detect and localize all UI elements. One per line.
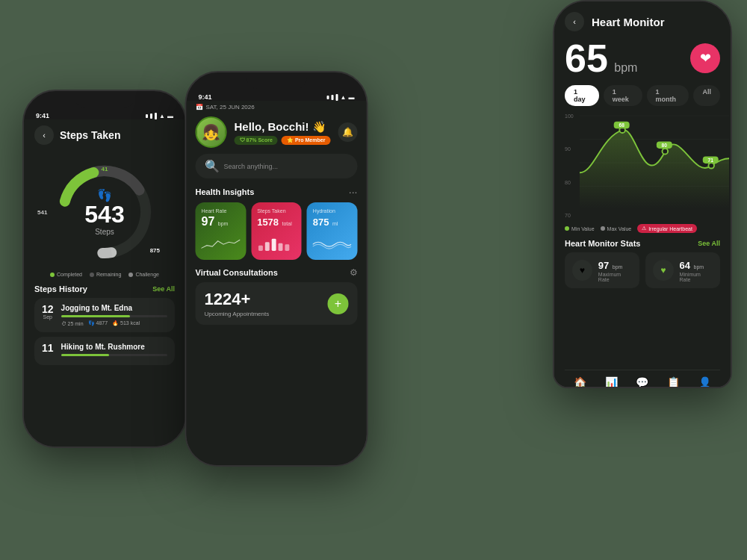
dot-min: [565, 226, 569, 231]
see-all-left[interactable]: See All: [152, 285, 175, 293]
back-button-left[interactable]: ‹: [34, 125, 54, 145]
bar-fill-0: [61, 315, 131, 317]
history-item-0[interactable]: 12 Sep Jogging to Mt. Edna ⏱ 25 min 👣 48…: [34, 298, 175, 332]
stats-title: Heart Monitor Stats: [565, 239, 640, 248]
steps-card[interactable]: Steps Taken 1578 total: [251, 202, 302, 260]
bpm-display: 65 bpm: [565, 39, 637, 78]
insights-header: Health Insights ···: [196, 186, 358, 198]
status-icons-left: ▲ ▬: [146, 113, 173, 119]
nav-stats-right[interactable]: 📊: [605, 376, 618, 388]
ring-label-right: 875: [150, 247, 160, 254]
tab-1week[interactable]: 1 week: [604, 85, 642, 106]
legend-label-completed: Completed: [57, 272, 82, 277]
alert-label: Irregular Heartbeat: [648, 226, 692, 231]
hydration-card[interactable]: Hydration 875 ml: [307, 202, 358, 260]
status-bar-left: 9:41 ▲ ▬: [24, 108, 185, 119]
time-tabs: 1 day 1 week 1 month All: [565, 85, 720, 106]
hydration-label: Hydration: [313, 208, 352, 214]
stat-max-val-row: 97 bpm: [598, 258, 632, 272]
wifi-icon-c: ▲: [341, 94, 347, 101]
heart-rate-card[interactable]: Heart Rate 97 bpm: [196, 202, 247, 260]
tab-all[interactable]: All: [693, 85, 720, 106]
ring-label-left: 541: [37, 209, 47, 216]
date-box-0: 12 Sep: [42, 304, 54, 320]
avatar: 👧: [196, 116, 227, 148]
status-icons-center: ▲ ▬: [327, 94, 355, 101]
sig3: [336, 94, 338, 101]
right-phone-content: ‹ Heart Monitor 65 bpm ❤ 1 day 1 week 1 …: [554, 6, 731, 388]
bar-track-0: [61, 315, 167, 317]
bar-track-1: [61, 354, 167, 356]
bpm-value: 65: [565, 37, 608, 80]
insights-grid: Heart Rate 97 bpm Steps Taken: [196, 202, 358, 260]
steps-bar-svg: [257, 231, 296, 254]
y-90: 90: [565, 146, 574, 152]
score-label: 87% Score: [247, 137, 273, 143]
stat-max-label: Maximum Rate: [598, 272, 632, 282]
pro-badge: ⭐ Pro Member: [282, 136, 330, 145]
insights-more-icon[interactable]: ···: [349, 186, 358, 198]
stat-max-value: 97: [598, 260, 609, 271]
heart-button[interactable]: ❤: [690, 43, 720, 73]
legend-label-challenge: Challenge: [135, 272, 159, 277]
svg-rect-8: [285, 244, 289, 251]
phone-left: 9:41 ▲ ▬ ‹ Steps Taken: [22, 90, 187, 448]
stat-min-value: 64: [680, 260, 690, 271]
history-section-header: Steps History See All: [34, 284, 175, 293]
phones-container: 9:41 ▲ ▬ ‹ Steps Taken: [0, 0, 747, 560]
ring-label-top: 41: [102, 166, 108, 172]
y-100: 100: [565, 113, 574, 119]
shield-icon: 🛡: [240, 137, 245, 143]
dot-completed: [50, 273, 55, 277]
left-title: Steps Taken: [60, 129, 120, 141]
legend-max-label: Max Value: [607, 226, 632, 231]
nav-profile-right[interactable]: 👤: [698, 376, 711, 388]
tab-1month[interactable]: 1 month: [647, 85, 689, 106]
date-num-1: 11: [42, 343, 54, 353]
stat-max-unit: bpm: [613, 264, 623, 270]
tab-1day[interactable]: 1 day: [565, 85, 599, 106]
history-info-0: Jogging to Mt. Edna ⏱ 25 min 👣 4877 🔥 51…: [61, 304, 167, 326]
steps-center: 👣 543 Steps: [84, 188, 124, 236]
back-button-right[interactable]: ‹: [565, 12, 584, 31]
steps-legend: Completed Remaining Challenge: [34, 272, 175, 277]
date-num-0: 12: [42, 304, 54, 314]
consult-info: 1224+ Upcoming Appointments: [205, 290, 270, 317]
see-all-right[interactable]: See All: [698, 240, 720, 247]
consult-settings-icon[interactable]: ⚙: [350, 267, 358, 278]
hydration-value: 875: [313, 217, 329, 228]
left-header: ‹ Steps Taken: [34, 119, 175, 152]
add-consultation-button[interactable]: +: [328, 293, 349, 314]
steps-ring: 41 875 541 👣 543 Steps: [34, 160, 175, 264]
nav-home-right[interactable]: 🏠: [574, 376, 586, 388]
search-bar[interactable]: 🔍 Search anything...: [196, 154, 358, 178]
legend-challenge: Challenge: [128, 272, 159, 277]
stats-row: ♥ 97 bpm Maximum Rate ♥: [565, 252, 720, 288]
date-row: 📅 SAT, 25 JUN 2026: [196, 101, 358, 111]
steps-card-value: 1578: [257, 217, 279, 228]
hydration-wave-svg: [313, 231, 352, 254]
history-item-1[interactable]: 11 Hiking to Mt. Rushmore: [34, 337, 175, 365]
stats-section: Heart Monitor Stats See All ♥ 97 bpm Max…: [565, 239, 720, 288]
phone-notch-left: [75, 91, 134, 108]
consult-card: 1224+ Upcoming Appointments +: [196, 282, 358, 325]
calendar-icon: 📅: [196, 104, 203, 111]
heart-chart-area: 100 90 80 70: [565, 113, 720, 218]
battery-icon: ▬: [167, 113, 173, 119]
svg-rect-6: [271, 239, 276, 251]
legend-max-value: Max Value: [601, 224, 632, 233]
center-phone-content: 📅 SAT, 25 JUN 2026 👧 Hello, Bocchi! 👋 🛡 …: [187, 101, 367, 467]
bpm-unit: bpm: [614, 61, 637, 74]
notification-button[interactable]: 🔔: [338, 122, 358, 142]
nav-docs-right[interactable]: 📋: [667, 376, 680, 388]
profile-info: Hello, Bocchi! 👋 🛡 87% Score ⭐ Pro Membe…: [235, 120, 331, 145]
svg-rect-4: [258, 246, 263, 251]
greeting-text: Hello, Bocchi! 👋: [235, 120, 331, 134]
nav-chat-right[interactable]: 💬: [636, 376, 648, 388]
right-nav-bar: 🏠 📊 💬 📋 👤: [565, 370, 720, 388]
time-left: 9:41: [36, 112, 49, 119]
history-info-1: Hiking to Mt. Rushmore: [61, 343, 167, 359]
stats-header: Heart Monitor Stats See All: [565, 239, 720, 248]
stat-min-val-row: 64 bpm: [680, 258, 713, 272]
hm-title: Heart Monitor: [592, 16, 665, 28]
